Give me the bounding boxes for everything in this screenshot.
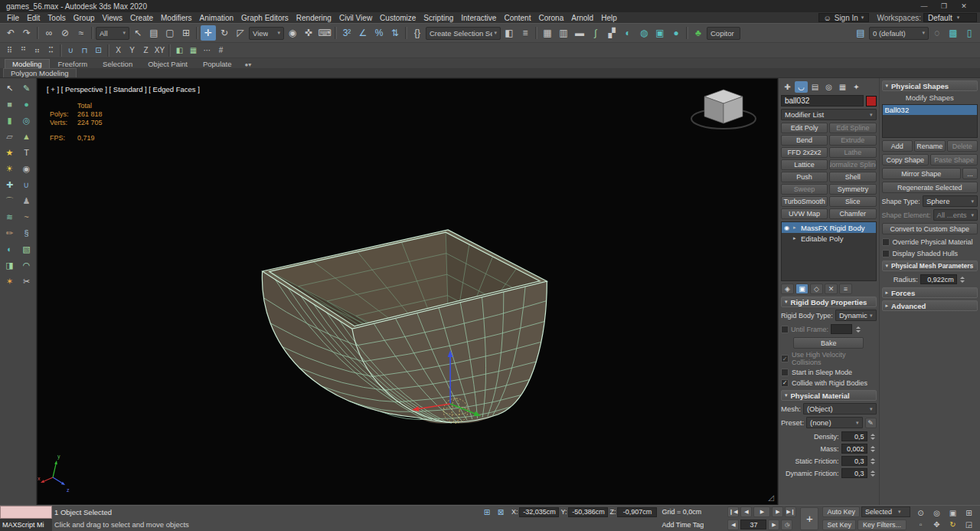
separator[interactable]: [405, 27, 407, 39]
paint-select-icon[interactable]: ✎: [18, 80, 34, 96]
menu-item[interactable]: Edit: [23, 14, 44, 22]
separator[interactable]: [91, 27, 93, 39]
ribbon-tab[interactable]: Modeling: [5, 59, 50, 68]
smooth-tool-icon[interactable]: ◠: [18, 257, 34, 273]
modifier-button[interactable]: Symmetry: [829, 184, 876, 195]
torus-primitive-icon[interactable]: ◎: [18, 113, 34, 128]
separator[interactable]: [196, 27, 198, 39]
hierarchy-tab[interactable]: ▤: [808, 81, 822, 93]
workspace-dropdown[interactable]: Default▾: [923, 13, 977, 22]
menu-item[interactable]: File: [3, 14, 23, 22]
coordinate-input[interactable]: -32,035cm: [519, 507, 559, 517]
go-to-start-button[interactable]: ❙◀: [727, 506, 739, 517]
modifier-button[interactable]: FFD 2x2x2: [781, 147, 828, 158]
rollout-physical-material[interactable]: Physical Material: [781, 390, 877, 401]
snap-to-edge-icon[interactable]: ⊓: [78, 44, 91, 57]
next-frame-button[interactable]: ▶: [772, 506, 783, 517]
checkbox[interactable]: [882, 250, 890, 257]
key-selection-dropdown[interactable]: Selected: [861, 506, 910, 517]
delete-shape-button[interactable]: Delete: [947, 140, 978, 152]
viewport-label[interactable]: [ + ] [ Perspective ] [ Standard ] [ Edg…: [47, 85, 200, 93]
modifier-stack-item[interactable]: ◉ ▸ MassFX Rigid Body: [782, 222, 876, 233]
snaps-toggle-icon[interactable]: 3²: [339, 25, 354, 41]
ribbon-tab[interactable]: Populate: [196, 59, 239, 68]
property-value-field[interactable]: 0,3: [841, 468, 867, 478]
select-cursor-icon[interactable]: ↖: [2, 80, 18, 96]
utilities-tab[interactable]: ✦: [850, 81, 863, 93]
show-end-result-icon[interactable]: ▣: [795, 284, 808, 294]
snap-to-vertex-icon[interactable]: ⊡: [92, 44, 105, 57]
mirror-modifier-icon[interactable]: ◨: [2, 257, 18, 273]
window-crossing-toggle-icon[interactable]: ⊞: [178, 25, 194, 41]
plane-primitive-icon[interactable]: ▱: [2, 129, 18, 144]
separator[interactable]: [335, 27, 337, 39]
modifier-button[interactable]: Bend: [781, 135, 828, 146]
light-tool-icon[interactable]: ☀: [2, 161, 18, 176]
separator[interactable]: [535, 27, 537, 39]
magnet-snap-icon[interactable]: ∪: [18, 177, 34, 192]
named-selection-sets-dropdown[interactable]: Create Selection Se ▾: [426, 27, 501, 40]
menu-item[interactable]: Views: [99, 14, 127, 22]
toggle-layer-explorer-icon[interactable]: ▥: [556, 25, 571, 41]
copy-shape-button[interactable]: Copy Shape: [882, 154, 929, 166]
text-shape-icon[interactable]: T: [18, 145, 34, 160]
modifier-list-dropdown[interactable]: Modifier List: [781, 109, 877, 120]
menu-item[interactable]: Animation: [196, 14, 237, 22]
viewport-resize-handle[interactable]: ◿: [768, 493, 774, 502]
keyboard-shortcut-override-icon[interactable]: ⌨: [317, 25, 332, 41]
redo-icon[interactable]: ↷: [19, 25, 34, 41]
menu-item[interactable]: Rendering: [292, 14, 335, 22]
modify-tab[interactable]: ◡: [795, 81, 808, 93]
modifier-button[interactable]: Edit Poly: [781, 123, 828, 133]
modifier-button[interactable]: Lattice: [781, 159, 828, 170]
modifier-button[interactable]: Chamfer: [829, 208, 876, 219]
menu-item[interactable]: Create: [126, 14, 157, 22]
maximize-viewport-icon[interactable]: ◲: [961, 519, 977, 530]
property-spinner[interactable]: [870, 468, 877, 478]
mirror-shape-button[interactable]: Mirror Shape: [882, 168, 962, 179]
display-tab[interactable]: ▦: [836, 81, 849, 93]
viewport-layout-icon[interactable]: ▯: [962, 25, 977, 41]
mirror-icon[interactable]: ◧: [501, 25, 517, 41]
unlink-selection-icon[interactable]: ⊘: [57, 25, 73, 41]
object-name-field[interactable]: ball032: [781, 95, 864, 107]
property-spinner[interactable]: [870, 444, 877, 454]
property-spinner[interactable]: [870, 456, 877, 466]
snap-to-pivot-icon[interactable]: ∪: [64, 44, 77, 57]
motion-tab[interactable]: ◎: [822, 81, 835, 93]
coordinate-input[interactable]: -50,386cm: [568, 507, 608, 517]
biped-tool-icon[interactable]: ♟: [18, 193, 34, 208]
star-shape-icon[interactable]: ★: [2, 145, 18, 160]
scene-3d-bowl-wireframe[interactable]: xyz: [38, 79, 777, 504]
angle-snap-toggle-icon[interactable]: ∠: [355, 25, 371, 41]
rollout-physical-mesh-parameters[interactable]: Physical Mesh Parameters: [882, 261, 978, 271]
maxscript-mini-listener[interactable]: MAXScript Mi: [0, 506, 52, 531]
object-color-swatch[interactable]: [866, 96, 877, 107]
preset-edit-icon[interactable]: ✎: [865, 418, 877, 428]
until-frame-checkbox[interactable]: [781, 326, 789, 333]
shape-type-dropdown[interactable]: Sphere: [923, 195, 978, 207]
toggle-ribbon-icon[interactable]: ▬: [572, 25, 587, 41]
select-and-manipulate-icon[interactable]: ✜: [301, 25, 316, 41]
layer-list-dropdown[interactable]: 0 (default) ▾: [869, 27, 929, 40]
checkbox[interactable]: ✓: [781, 379, 789, 387]
go-to-end-button[interactable]: ▶❙: [785, 506, 796, 517]
set-key-button[interactable]: Set Key: [822, 520, 856, 530]
axis-constraint-x-icon[interactable]: X: [112, 44, 125, 57]
shape-more-button[interactable]: ...: [962, 168, 978, 179]
maximize-button[interactable]: ❐: [934, 1, 954, 11]
set-keys-button[interactable]: +: [800, 507, 818, 530]
cone-primitive-icon[interactable]: ▲: [18, 129, 34, 144]
separator[interactable]: [686, 27, 688, 39]
bone-tool-icon[interactable]: ⌒: [2, 193, 18, 208]
modifier-enable-icon[interactable]: ◉: [784, 225, 791, 231]
render-production-icon[interactable]: ●: [668, 25, 684, 41]
preset-dropdown[interactable]: (none): [806, 417, 862, 428]
bind-to-space-warp-icon[interactable]: ≈: [74, 25, 89, 41]
zoom-region-icon[interactable]: ▫: [913, 519, 929, 530]
regenerate-selected-button[interactable]: Regenerate Selected: [882, 182, 978, 193]
select-and-scale-icon[interactable]: ◸: [233, 25, 248, 41]
uv-tool-icon[interactable]: ▧: [18, 241, 34, 257]
rollout-forces[interactable]: Forces: [882, 287, 978, 298]
select-and-link-icon[interactable]: ∞: [41, 25, 57, 41]
